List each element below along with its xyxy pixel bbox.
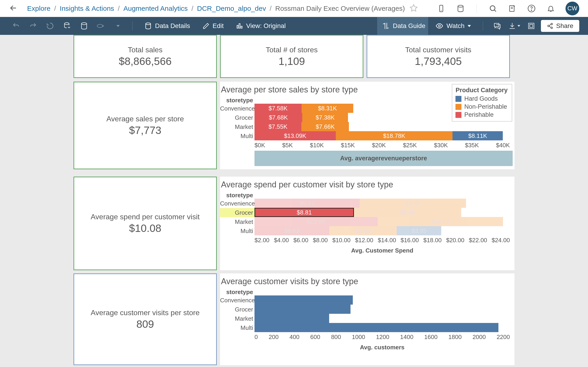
bar-segment[interactable]: $8.11K xyxy=(452,131,503,140)
axis-tick: $30K xyxy=(434,142,448,149)
svg-point-11 xyxy=(531,10,532,10)
svg-point-15 xyxy=(146,23,150,25)
axis-tick: 400 xyxy=(289,334,299,341)
bar-row[interactable]: $13.09K$18.78K$8.11K xyxy=(254,131,503,140)
axis-tick: $24.00 xyxy=(492,237,510,244)
bar-segment[interactable] xyxy=(254,323,498,332)
edit-button[interactable]: Edit xyxy=(198,17,229,35)
kpi-total-stores[interactable]: Total # of stores 1,109 xyxy=(220,35,363,78)
pause-data-button[interactable] xyxy=(77,17,91,35)
help-icon[interactable] xyxy=(527,4,536,13)
undo-button xyxy=(9,17,23,35)
breadcrumb: Explore/ Insights & Actions/ Augmented A… xyxy=(27,5,405,12)
axis-tick: $8.00 xyxy=(313,237,328,244)
comments-button[interactable] xyxy=(490,17,505,35)
kpi-total-visits[interactable]: Total customer visits 1,793,405 xyxy=(367,35,510,78)
bar-segment[interactable]: $9.48 xyxy=(354,208,461,217)
revert-button xyxy=(43,17,57,35)
bar-segment[interactable]: $18.78K xyxy=(336,131,452,140)
bar-segment[interactable]: $6.63 xyxy=(254,226,329,235)
bar-segment[interactable]: $13.09K xyxy=(254,131,336,140)
notifications-icon[interactable] xyxy=(546,4,555,13)
chevron-down-icon xyxy=(468,25,471,27)
kpi-total-sales[interactable]: Total sales $8,866,566 xyxy=(73,35,217,78)
bar-segment[interactable]: $8.81 xyxy=(254,208,354,217)
axis-tick: 200 xyxy=(269,334,279,341)
svg-point-13 xyxy=(82,23,87,25)
bar-row[interactable]: $7.68K$7.38K xyxy=(254,113,503,122)
bar-segment[interactable]: $7.58K xyxy=(254,104,302,113)
bar-segment[interactable] xyxy=(254,314,329,323)
axis-tick: 1000 xyxy=(352,334,365,341)
svg-rect-18 xyxy=(241,26,242,28)
axis-tick: $2.00 xyxy=(254,237,269,244)
search-icon[interactable] xyxy=(488,4,498,13)
kpi-avg-visits[interactable]: Average customer visits per store 809 xyxy=(73,273,217,365)
bar-segment[interactable]: $7.68K xyxy=(254,113,302,122)
svg-point-23 xyxy=(548,25,549,27)
breadcrumb-current: Rossman Daily Exec Overview (Averages) xyxy=(275,5,405,12)
breadcrumb-dcrdemo[interactable]: DCR_Demo_alpo_dev xyxy=(197,5,266,12)
bar-segment[interactable]: $11.86 xyxy=(254,217,378,226)
data-guide-button[interactable]: Data Guide xyxy=(377,17,428,35)
svg-rect-1 xyxy=(440,5,443,11)
axis-tick: $5K xyxy=(282,142,293,149)
axis-tick: 1600 xyxy=(424,334,438,341)
bar-segment[interactable]: $7.55K xyxy=(254,122,301,131)
chart-avg-sales-by-type[interactable]: Average per store sales by store type Pr… xyxy=(220,82,515,169)
breadcrumb-insights[interactable]: Insights & Actions xyxy=(60,5,114,12)
breadcrumb-explore[interactable]: Explore xyxy=(27,5,51,12)
download-button[interactable] xyxy=(507,17,522,35)
bar-segment[interactable]: $7.66K xyxy=(301,122,349,131)
bar-row[interactable] xyxy=(254,295,503,305)
dashboard: Total sales $8,866,566 Total # of stores… xyxy=(0,35,588,367)
data-details-button[interactable]: Data Details xyxy=(139,17,195,35)
back-button[interactable] xyxy=(9,3,18,14)
chevron-down-icon xyxy=(518,25,520,27)
bar-segment[interactable]: $5.96 xyxy=(329,226,397,235)
topbar-right: CW xyxy=(437,2,579,15)
axis-tick: 800 xyxy=(331,334,341,341)
bar-segment[interactable]: $3.95 xyxy=(397,226,441,235)
refresh-data-button[interactable] xyxy=(60,17,74,35)
kpi-avg-sales[interactable]: Average sales per store $7,773 xyxy=(73,82,217,169)
axis-tick: $22.00 xyxy=(469,237,487,244)
axis-tick: $12.00 xyxy=(355,237,373,244)
watch-button[interactable]: Watch xyxy=(431,17,476,35)
bar-segment[interactable]: $7.38K xyxy=(302,113,348,122)
device-preview-icon[interactable] xyxy=(437,4,446,13)
bar-row[interactable]: $8.81$9.48 xyxy=(254,208,503,217)
bar-row[interactable]: $7.58K$8.31K xyxy=(254,104,503,113)
bar-row[interactable]: $9.31$9.42 xyxy=(254,199,503,208)
svg-line-25 xyxy=(549,25,551,26)
bar-row[interactable]: $7.55K$7.66K xyxy=(254,122,503,131)
axis-tick: $25K xyxy=(403,142,417,149)
svg-line-5 xyxy=(494,10,496,12)
bar-row[interactable]: $6.63$5.96$3.95 xyxy=(254,226,503,235)
kpi-avg-spend[interactable]: Average spend per customer visit $10.08 xyxy=(73,177,217,270)
bar-segment[interactable] xyxy=(254,295,353,305)
bar-segment[interactable]: $8.31K xyxy=(302,104,353,113)
chart-avg-visits-by-type[interactable]: Average customer visits by store type st… xyxy=(220,273,515,365)
axis-tick: 2200 xyxy=(497,334,510,341)
bar-row[interactable] xyxy=(254,314,503,323)
svg-point-19 xyxy=(439,25,441,27)
bar-row[interactable]: $11.86$12.07 xyxy=(254,217,503,226)
avatar[interactable]: CW xyxy=(565,2,579,15)
data-source-icon[interactable] xyxy=(456,4,465,13)
view-button[interactable]: View: Original xyxy=(231,17,291,35)
bar-segment[interactable]: $9.42 xyxy=(360,199,466,208)
axis-tick: $10.00 xyxy=(332,237,351,244)
bar-row[interactable] xyxy=(254,323,503,332)
share-button[interactable]: Share xyxy=(541,20,579,32)
chart-avg-spend-by-type[interactable]: Average spend per customer visit by stor… xyxy=(220,177,515,270)
favorite-star-icon[interactable] xyxy=(409,4,418,13)
bar-segment[interactable] xyxy=(254,305,351,314)
breadcrumb-augmented[interactable]: Augmented Analytics xyxy=(123,5,188,12)
bar-row[interactable] xyxy=(254,305,503,314)
bar-segment[interactable]: $12.07 xyxy=(378,217,503,226)
redo-button xyxy=(26,17,40,35)
metrics-icon[interactable] xyxy=(508,4,517,13)
bar-segment[interactable]: $9.31 xyxy=(254,199,360,208)
fullscreen-button[interactable] xyxy=(524,17,539,35)
